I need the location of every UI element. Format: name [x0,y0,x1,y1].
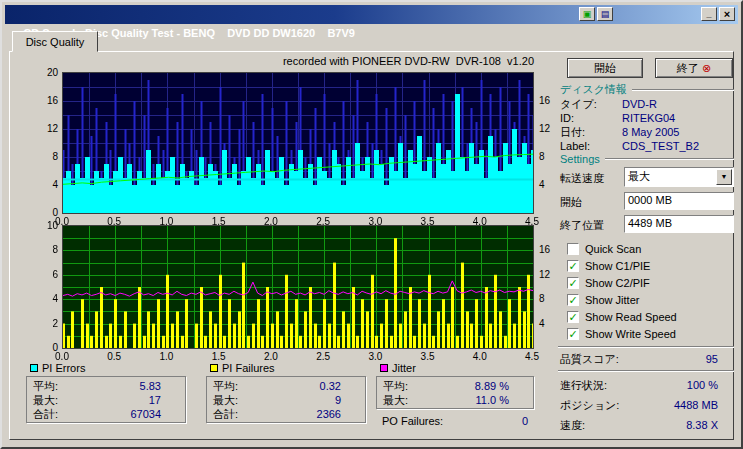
x-axis-tick: 0.5 [97,216,131,227]
checkbox-show-write-speed[interactable]: ✓Show Write Speed [567,325,734,342]
pi-failures-total-row: 合計:2366 [213,407,359,421]
speed-label: 速度: [560,418,585,432]
pi-failures-swatch-icon [210,364,218,372]
x-axis-tick: 3.0 [358,216,392,227]
x-axis-tick: 0.0 [45,351,79,362]
checkbox-box[interactable]: ✓ [567,294,579,306]
checkbox-show-read-speed[interactable]: ✓Show Read Speed [567,308,734,325]
checkbox-label: Show Jitter [585,294,639,306]
close-button[interactable]: × [719,7,735,21]
pi-errors-chart [62,72,534,214]
disc-info-rows: タイプ:DVD-RID:RITEKG04日付:8 May 2005Label:C… [560,97,734,153]
pi-errors-avg-value: 5.83 [140,379,179,393]
exit-icon: ⊗ [702,62,711,74]
y-axis-tick: 4 [32,179,58,190]
settings-header: Settings [560,153,734,165]
x-axis-tick: 2.5 [306,216,340,227]
save-icon: ▤ [601,9,610,19]
y2-axis-tick: 4 [539,318,565,329]
speed-row: 速度: 8.38 X [560,418,726,432]
disc-info-row: 日付:8 May 2005 [560,125,734,139]
progress-label: 進行状況: [560,378,607,392]
checkbox-label: Show Read Speed [585,311,677,323]
pi-errors-stats-box: 平均:5.83 最大:17 合計:67034 [26,376,186,423]
x-axis-tick: 4.5 [515,216,549,227]
start-position-label: 開始 [560,195,582,210]
y2-axis-tick: 16 [539,244,565,255]
jitter-avg-value: 8.89 % [475,379,527,393]
disc-info-header: ディスク情報 [560,82,734,97]
jitter-max-row: 最大:11.0 % [383,393,527,407]
max-label: 最大: [33,393,58,407]
max-label: 最大: [213,393,238,407]
y-axis-tick: 20 [32,67,58,78]
disc-info-label: 日付: [560,125,622,139]
checkbox-show-c1-pie[interactable]: ✓Show C1/PIE [567,257,734,274]
disc-info-value: 8 May 2005 [622,125,679,139]
divider [605,158,734,160]
pi-failures-legend-label: PI Failures [222,362,275,374]
jitter-stats-box: 平均:8.89 % 最大:11.0 % [376,376,534,409]
checkbox-show-jitter[interactable]: ✓Show Jitter [567,291,734,308]
disc-info-row: Label:CDS_TEST_B2 [560,139,734,153]
x-axis-tick: 1.0 [149,216,183,227]
start-position-value: 0000 MB [628,194,672,206]
pi-errors-total-value: 67034 [130,407,179,421]
y-axis-tick: 16 [32,95,58,106]
progress-row: 進行状況: 100 % [560,378,726,392]
jitter-legend-label: Jitter [392,362,416,374]
divider [632,89,734,91]
checkbox-box[interactable]: ✓ [567,260,579,272]
checkbox-box[interactable] [567,243,579,255]
avg-label: 平均: [383,379,408,393]
pi-failures-avg-row: 平均:0.32 [213,379,359,393]
minimize-icon: _ [706,9,711,19]
end-position-label: 終了位置 [560,218,604,233]
start-position-field[interactable]: 0000 MB [624,192,734,210]
disc-info-label: Label: [560,139,622,153]
pi-failures-max-row: 最大:9 [213,393,359,407]
x-axis-tick: 2.0 [254,216,288,227]
x-axis-tick: 2.0 [254,351,288,362]
x-axis-tick: 0.5 [97,351,131,362]
start-button[interactable]: 開始 [567,58,643,78]
titlebar[interactable]: CD Speed : Disc Quality Test - BENQ DVD … [5,5,738,24]
app-window: CD Speed : Disc Quality Test - BENQ DVD … [0,0,743,449]
checkbox-box[interactable]: ✓ [567,311,579,323]
transfer-speed-select[interactable]: 最大 ▼ [624,167,734,187]
x-axis-tick: 4.0 [463,216,497,227]
avg-label: 平均: [33,379,58,393]
checkbox-quick-scan[interactable]: Quick Scan [567,240,734,257]
divider [558,346,734,348]
end-position-value: 4489 MB [628,217,672,229]
transfer-speed-label: 転送速度 [560,171,604,186]
po-failures-row: PO Failures: 0 [382,414,528,428]
pi-failures-avg-value: 0.32 [320,379,359,393]
save-button[interactable]: ▤ [597,7,613,21]
end-position-field[interactable]: 4489 MB [624,215,734,233]
speed-value: 8.38 X [686,418,726,432]
checkbox-label: Show C1/PIE [585,260,650,272]
x-axis-tick: 3.5 [411,351,445,362]
exit-button-label: 終了 [677,62,699,74]
y-axis-tick: 12 [32,123,58,134]
minimize-button[interactable]: _ [701,7,717,21]
tab-disc-quality[interactable]: Disc Quality [12,31,98,52]
y2-axis-tick: 16 [539,95,565,106]
checkbox-box[interactable]: ✓ [567,277,579,289]
checkbox-show-c2-pif[interactable]: ✓Show C2/PIF [567,274,734,291]
pi-errors-avg-row: 平均:5.83 [33,379,179,393]
checkbox-box[interactable]: ✓ [567,328,579,340]
pi-errors-legend-label: PI Errors [42,362,85,374]
x-axis-tick: 2.5 [306,351,340,362]
x-axis-tick: 4.0 [463,351,497,362]
pi-errors-legend: PI Errors [30,362,85,374]
titlebar-buttons: ▣ ▤ _ × [577,7,735,21]
chevron-down-icon[interactable]: ▼ [716,169,732,185]
exit-button[interactable]: 終了 ⊗ [655,58,733,78]
x-axis-tick: 1.5 [202,216,236,227]
disc-info-header-label: ディスク情報 [560,82,627,97]
max-label: 最大: [383,393,408,407]
x-axis-tick: 1.0 [149,351,183,362]
copy-button[interactable]: ▣ [579,7,595,21]
